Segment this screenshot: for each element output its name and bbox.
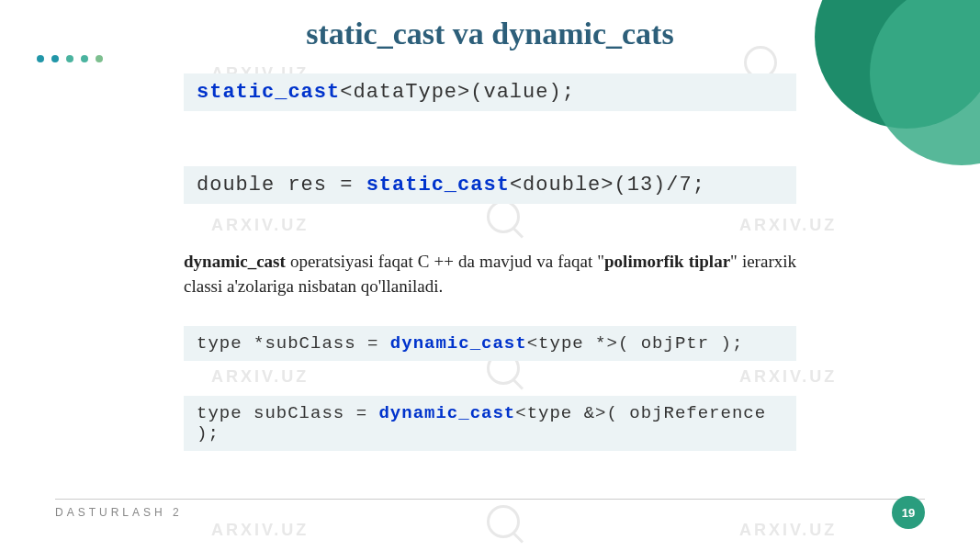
- code-snippet-4: type subClass = dynamic_cast<type &>( ob…: [184, 396, 796, 451]
- code-keyword: dynamic_cast: [378, 403, 515, 423]
- code-text: <dataType>(value);: [340, 81, 575, 104]
- code-snippet-3: type *subClass = dynamic_cast<type *>( o…: [184, 326, 796, 361]
- slide-content: static_cast va dynamic_cats static_cast<…: [0, 17, 980, 458]
- code-snippet-1: static_cast<dataType>(value);: [184, 73, 796, 111]
- footer: DASTURLASH 2 19: [55, 496, 925, 529]
- bold-text: polimorfik tiplar: [604, 252, 730, 271]
- code-keyword: dynamic_cast: [390, 333, 527, 354]
- code-snippet-2: double res = static_cast<double>(13)/7;: [184, 166, 796, 204]
- body-text: operatsiyasi faqat C ++ da mavjud va faq…: [286, 252, 604, 271]
- code-text: <type *>( objPtr );: [527, 333, 744, 354]
- code-keyword: static_cast: [197, 81, 340, 104]
- code-keyword: static_cast: [366, 174, 510, 197]
- slide-title: static_cast va dynamic_cats: [55, 17, 925, 51]
- code-text: type subClass =: [197, 403, 378, 423]
- body-paragraph: dynamic_cast operatsiyasi faqat C ++ da …: [184, 250, 796, 298]
- footer-text: DASTURLASH 2: [55, 506, 183, 519]
- code-text: double res =: [197, 174, 366, 197]
- page-number: 19: [892, 496, 925, 529]
- code-text: <double>(13)/7;: [510, 174, 705, 197]
- code-text: type *subClass =: [197, 333, 390, 354]
- bold-text: dynamic_cast: [184, 252, 286, 271]
